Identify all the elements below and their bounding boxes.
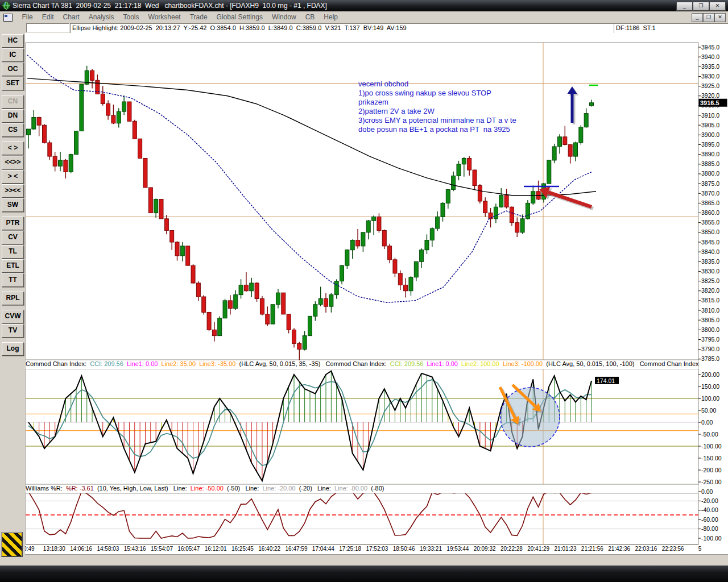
tool-HC[interactable]: HC [2, 34, 24, 48]
candle-body [420, 250, 424, 262]
candle-body [568, 145, 572, 157]
price-label: 3885.0 [701, 160, 719, 167]
time-label: 16:12:01 [205, 546, 227, 552]
price-label: 3930.0 [701, 73, 719, 80]
cci-label: -250.00 [701, 479, 722, 485]
header-segment: (-20) [299, 485, 317, 492]
mdi-minimize-button[interactable]: _ [692, 13, 703, 22]
restore-button[interactable]: ❐ [693, 2, 709, 11]
candle-body [218, 318, 222, 336]
candle-body [557, 137, 561, 147]
candle-body [159, 199, 163, 219]
candle-body [520, 219, 524, 232]
tool-[interactable]: >><< [2, 184, 24, 198]
header-segment: Commod Chan Index: [640, 360, 698, 367]
ellipse-highlight[interactable] [500, 388, 560, 447]
candle-body [27, 129, 31, 135]
tool-Log[interactable]: Log [2, 342, 24, 356]
candle-body [436, 217, 440, 228]
candle-body [223, 301, 227, 318]
tool-SW[interactable]: SW [2, 198, 24, 212]
menu-edit[interactable]: Edit [38, 11, 59, 21]
wr-label: -20.00 [701, 497, 718, 504]
candle-body [457, 164, 461, 176]
status-ellipse-highlight: Ellipse Highlight: 2009-02-25 20:13:27 Y… [70, 23, 616, 34]
wr-label: -100.00 [701, 535, 722, 542]
header-segment: Line: [173, 485, 191, 492]
tool-[interactable]: <<>> [2, 156, 24, 169]
tool-TV[interactable]: TV [2, 324, 24, 338]
wr-label: 0.00 [701, 488, 713, 495]
tool-PTR[interactable]: PTR [2, 217, 24, 230]
candle-body [584, 114, 588, 127]
candle-body [101, 94, 105, 103]
menu-help[interactable]: Help [319, 11, 342, 21]
header-segment: Line1: 0.00 [427, 360, 462, 367]
price-label: 3855.0 [701, 219, 719, 226]
minimize-button[interactable]: _ [676, 2, 693, 11]
header-segment: Line: -20.00 [262, 485, 299, 492]
price-label: 3860.0 [701, 209, 719, 216]
candle-body [196, 283, 200, 297]
menu-window[interactable]: Window [267, 11, 301, 21]
tool-[interactable]: > < [2, 170, 24, 184]
mdi-close-button[interactable]: ✕ [714, 13, 726, 22]
tool-TL[interactable]: TL [2, 245, 24, 259]
candle-body [547, 160, 551, 184]
wr-header: Williams %R: %R: -3.61 (10, Yes, High, L… [26, 485, 698, 493]
horizontal-scrollbar[interactable]: ◄ ► [25, 554, 728, 565]
menu-tools[interactable]: Tools [119, 11, 144, 21]
candle-body [526, 203, 530, 218]
candle-body [244, 285, 248, 290]
menu-trade[interactable]: Trade [185, 11, 212, 21]
tool-IC[interactable]: IC [2, 48, 24, 62]
header-segment: Line3: -35.00 [199, 360, 239, 367]
cci-label: -150.00 [701, 455, 722, 462]
menu-chart[interactable]: Chart [58, 11, 84, 21]
price-label: 3845.0 [701, 239, 719, 246]
header-segment: Line1: 0.00 [127, 360, 162, 367]
mdi-restore-button[interactable]: ❐ [703, 13, 714, 22]
candle-body [148, 188, 152, 213]
candle-body [441, 203, 445, 217]
tool-SET[interactable]: SET [2, 77, 24, 90]
candle-body [271, 305, 275, 324]
candle-body [80, 84, 84, 131]
candle-body [552, 147, 556, 160]
tool-[interactable]: < > [2, 142, 24, 155]
candle-body [425, 240, 429, 250]
menu-cb[interactable]: CB [301, 11, 320, 21]
time-label: 15:43:16 [124, 546, 146, 552]
tool-CN[interactable]: CN [2, 95, 24, 109]
close-button[interactable]: ✕ [709, 2, 726, 11]
tool-CS[interactable]: CS [2, 123, 24, 137]
menu-global-settings[interactable]: Global Settings [212, 11, 267, 21]
candle-body [573, 143, 577, 156]
candle-body [239, 285, 243, 294]
candle-body [303, 336, 307, 350]
header-segment: Williams %R: [26, 485, 66, 492]
menu-analysis[interactable]: Analysis [84, 11, 119, 21]
tool-DN[interactable]: DN [2, 109, 24, 123]
candle-body [69, 155, 73, 172]
candle-body [430, 228, 434, 240]
tool-RPL[interactable]: RPL [2, 292, 24, 305]
note-line: dobe posun na BE+1 a pockat na PT na 392… [358, 125, 516, 134]
tool-TT[interactable]: TT [2, 273, 24, 287]
menu-worksheet[interactable]: Worksheet [144, 11, 185, 21]
price-label: 3945.0 [701, 44, 719, 51]
candle-body [106, 103, 110, 115]
note-line: 2)pattern 2V a take 2W [358, 107, 516, 116]
candle-body [180, 246, 184, 256]
time-label: 22:23:56 [662, 546, 684, 552]
tool-CV[interactable]: CV [2, 231, 24, 244]
price-label: 3830.0 [701, 268, 719, 275]
tool-CVW[interactable]: CVW [2, 310, 24, 323]
candle-body [361, 232, 365, 246]
price-label: 3890.0 [701, 151, 719, 157]
mdi-child-icon[interactable] [3, 14, 13, 22]
tool-OC[interactable]: OC [2, 63, 24, 76]
menu-file[interactable]: File [17, 11, 37, 21]
hazard-stripe-icon [1, 532, 23, 557]
tool-ETL[interactable]: ETL [2, 259, 24, 273]
